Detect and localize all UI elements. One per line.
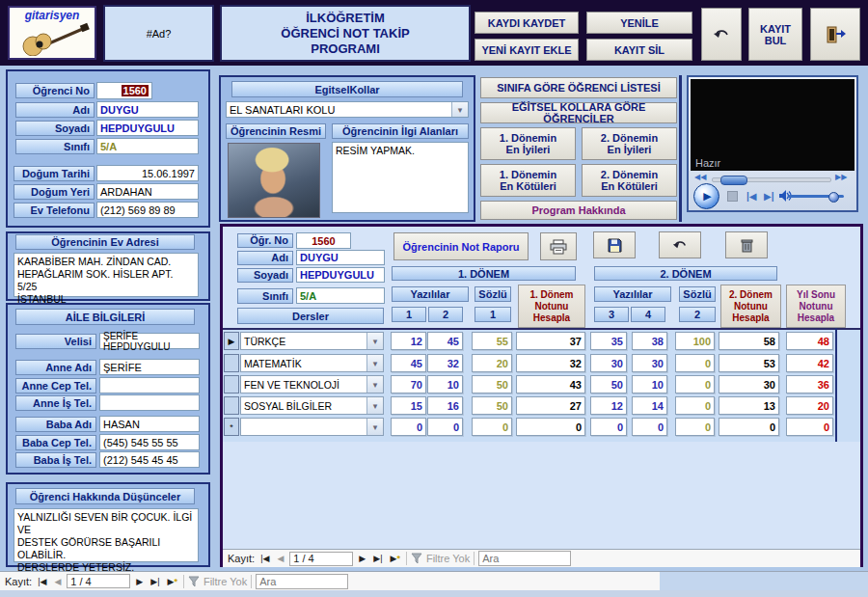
- term2-best-button[interactable]: 2. Dönemin En İyileri: [582, 127, 677, 160]
- birthplace-field[interactable]: ARDAHAN: [96, 183, 199, 200]
- grade-cell-w1[interactable]: 45: [391, 354, 426, 372]
- mother-name-field[interactable]: ŞERİFE: [99, 359, 200, 375]
- grade-cell-o1[interactable]: 0: [472, 418, 512, 436]
- term2-worst-button[interactable]: 2. Dönemin En Kötüleri: [582, 164, 677, 197]
- grade-cell-w2[interactable]: 10: [427, 375, 463, 393]
- grade-cell-w4[interactable]: 30: [632, 354, 667, 372]
- grade-cell-t2[interactable]: 0: [719, 418, 779, 436]
- first-record-button[interactable]: |◀: [36, 577, 48, 586]
- grade-cell-w2[interactable]: 45: [427, 332, 463, 350]
- volume-thumb[interactable]: [828, 192, 839, 203]
- grade-cell-t2[interactable]: 53: [719, 354, 779, 372]
- grades-no-field[interactable]: 1560: [296, 232, 351, 249]
- about-button[interactable]: Program Hakkında: [480, 201, 677, 220]
- grade-cell-t2[interactable]: 58: [719, 332, 779, 350]
- previous-button[interactable]: |◀: [746, 191, 757, 202]
- home-phone-field[interactable]: (212) 569 89 89: [96, 202, 199, 218]
- course-combo[interactable]: FEN VE TEKNOLOJİ▾: [240, 375, 384, 393]
- term1-worst-button[interactable]: 1. Dönemin En Kötüleri: [480, 164, 576, 197]
- new-row-selector[interactable]: *: [224, 418, 239, 436]
- chevron-down-icon[interactable]: ▾: [366, 397, 383, 414]
- previous-record-button[interactable]: ◀: [52, 577, 63, 586]
- row-selector[interactable]: [224, 396, 239, 415]
- chevron-down-icon[interactable]: ▾: [366, 419, 383, 435]
- mother-work-field[interactable]: [99, 394, 200, 411]
- grade-cell-t1[interactable]: 27: [516, 396, 585, 415]
- grades-name-field[interactable]: DUYGU: [296, 250, 385, 265]
- guardian-field[interactable]: ŞERİFE HEPDUYGULU: [99, 333, 200, 349]
- volume-slider[interactable]: [788, 195, 844, 198]
- grade-cell-o2[interactable]: 0: [675, 354, 715, 372]
- last-record-button[interactable]: ▶|: [149, 577, 161, 586]
- grades-class-field[interactable]: 5/A: [296, 287, 385, 304]
- grade-cell-t1[interactable]: 0: [516, 418, 585, 436]
- grade-cell-yr[interactable]: 48: [786, 332, 833, 350]
- chevron-down-icon[interactable]: ▾: [451, 102, 468, 117]
- grade-cell-t1[interactable]: 32: [516, 354, 585, 372]
- next-record-button[interactable]: ▶: [134, 577, 145, 586]
- seek-bar[interactable]: [712, 177, 831, 182]
- grade-cell-o2[interactable]: 0: [675, 418, 715, 436]
- grade-cell-w4[interactable]: 10: [632, 375, 667, 393]
- course-combo[interactable]: ▾: [240, 418, 384, 436]
- last-record-button[interactable]: ▶|: [371, 554, 384, 563]
- refresh-button[interactable]: YENİLE: [586, 12, 692, 34]
- grade-cell-w3[interactable]: 30: [590, 354, 627, 372]
- grade-report-button[interactable]: Öğrencinin Not Raporu: [393, 232, 529, 260]
- grade-cell-yr[interactable]: 0: [786, 418, 833, 436]
- course-combo[interactable]: MATEMATİK▾: [240, 354, 384, 372]
- grade-cell-w1[interactable]: 12: [391, 332, 426, 350]
- interests-textarea[interactable]: RESİM YAPMAK.: [332, 142, 469, 213]
- save-record-button[interactable]: KAYDI KAYDET: [475, 12, 579, 34]
- grade-cell-o2[interactable]: 0: [675, 375, 715, 393]
- grade-cell-o1[interactable]: 55: [472, 332, 512, 350]
- class-list-button[interactable]: SINIFA GÖRE ÖĞRENCİ LİSTESİ: [480, 77, 677, 98]
- undo-button[interactable]: [701, 8, 742, 61]
- exit-button[interactable]: [810, 8, 860, 61]
- course-combo[interactable]: SOSYAL BİLGİLER▾: [240, 396, 384, 415]
- record-position[interactable]: 1 / 4: [67, 574, 130, 588]
- father-work-field[interactable]: (212) 545 45 45: [99, 451, 200, 468]
- grade-cell-w4[interactable]: 14: [632, 396, 667, 415]
- grade-cell-t2[interactable]: 30: [719, 375, 779, 393]
- grade-cell-w2[interactable]: 16: [427, 396, 463, 415]
- seek-forward-icon[interactable]: ▶▶: [835, 173, 847, 181]
- grade-cell-o1[interactable]: 50: [472, 396, 512, 415]
- thoughts-textarea[interactable]: YALNIZLIĞI SEVEN BİR ÇOCUK. İLGİ VE DEST…: [14, 508, 199, 562]
- row-selector[interactable]: ▶: [224, 332, 239, 350]
- new-record-button[interactable]: YENİ KAYIT EKLE: [475, 39, 579, 61]
- grade-cell-w4[interactable]: 0: [632, 418, 667, 436]
- grade-cell-yr[interactable]: 20: [786, 396, 833, 415]
- grade-cell-t2[interactable]: 13: [719, 396, 779, 415]
- student-surname-field[interactable]: HEPDUYGULU: [96, 120, 199, 136]
- grade-cell-w1[interactable]: 0: [391, 418, 426, 436]
- mother-cell-field[interactable]: [99, 377, 200, 393]
- grade-cell-o2[interactable]: 0: [675, 396, 715, 415]
- course-combo[interactable]: TÜRKÇE▾: [240, 332, 384, 350]
- grades-surname-field[interactable]: HEPDUYGULU: [296, 267, 385, 283]
- student-no-field[interactable]: 1560: [96, 82, 152, 99]
- term1-calc-button[interactable]: 1. Dönem Notunu Hesapla: [518, 285, 585, 328]
- grade-cell-t1[interactable]: 43: [516, 375, 585, 393]
- grade-cell-w2[interactable]: 32: [427, 354, 463, 372]
- grade-cell-o1[interactable]: 20: [472, 354, 512, 372]
- main-search-input[interactable]: [256, 574, 348, 589]
- first-record-button[interactable]: |◀: [258, 554, 271, 563]
- clubs-combo[interactable]: EL SANATLARI KOLU ▾: [226, 101, 469, 118]
- grade-cell-w3[interactable]: 35: [590, 332, 627, 350]
- birthdate-field[interactable]: 15.06.1997: [96, 165, 199, 181]
- term1-best-button[interactable]: 1. Dönemin En İyileri: [480, 127, 576, 160]
- find-record-button[interactable]: KAYIT BUL: [748, 8, 802, 61]
- student-name-field[interactable]: DUYGU: [96, 101, 199, 118]
- grade-cell-o1[interactable]: 50: [472, 375, 512, 393]
- stop-button[interactable]: [727, 191, 738, 202]
- chevron-down-icon[interactable]: ▾: [366, 333, 383, 349]
- grade-cell-w2[interactable]: 0: [427, 418, 463, 436]
- grade-cell-yr[interactable]: 36: [786, 375, 833, 393]
- chevron-down-icon[interactable]: ▾: [366, 355, 383, 371]
- row-selector[interactable]: [224, 375, 239, 393]
- print-button[interactable]: [540, 232, 577, 260]
- father-cell-field[interactable]: (545) 545 55 55: [99, 434, 200, 450]
- subform-search-input[interactable]: [478, 551, 571, 566]
- new-record-nav-button[interactable]: ▶*: [389, 554, 402, 563]
